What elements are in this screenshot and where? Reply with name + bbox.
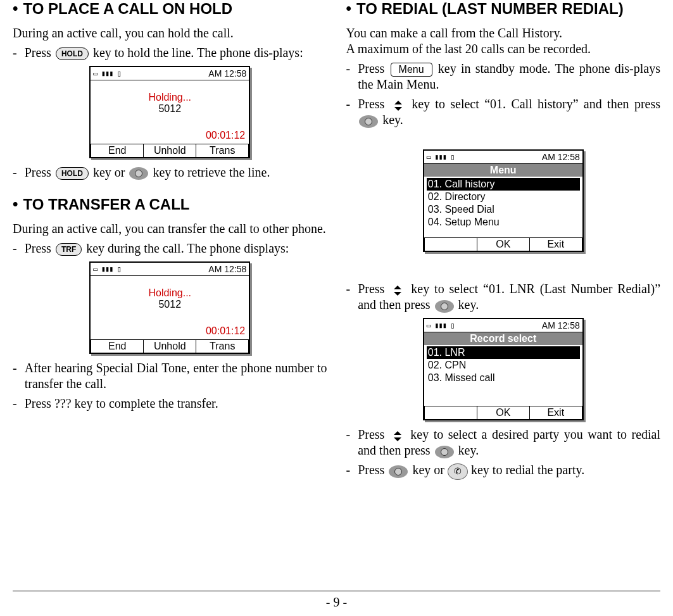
softkey-ok: OK (477, 406, 530, 419)
heading-redial-text: TO REDIAL (LAST NUMBER REDIAL) (356, 0, 624, 18)
softkey-unhold: Unhold (144, 340, 196, 353)
bullet-icon: • (13, 196, 18, 212)
heading-transfer-text: TO TRANSFER A CALL (23, 196, 189, 213)
phone-screen-menu: ▭ ▮▮▮ ▯ AM 12:58 Menu 01. Call history 0… (423, 149, 584, 252)
softkey-end: End (91, 144, 144, 157)
menu-item: 02. Directory (427, 191, 580, 203)
text: Press (358, 97, 390, 111)
status-icons: ▭ ▮▮▮ ▯ (427, 321, 455, 330)
text: Press (25, 241, 54, 255)
clock: AM 12:58 (208, 68, 246, 79)
status-icons: ▭ ▮▮▮ ▯ (427, 153, 455, 161)
record-item: 03. Missed call (427, 372, 580, 384)
heading-hold-text: TO PLACE A CALL ON HOLD (23, 0, 232, 18)
holding-label: Holding... (91, 92, 249, 103)
phone-screen-record: ▭ ▮▮▮ ▯ AM 12:58 Record select 01. LNR 0… (423, 318, 584, 420)
menu-key: Menu (391, 63, 432, 77)
heading-hold: • TO PLACE A CALL ON HOLD (13, 0, 327, 22)
text: Press (25, 46, 54, 60)
redial-step4: - Press key to select a desired party yo… (346, 427, 661, 458)
softkey-exit: Exit (530, 406, 582, 419)
nav-center-key-icon (389, 465, 408, 478)
ext-number: 5012 (91, 299, 249, 310)
redial-step3: - Press key to select “01. LNR (Last Num… (346, 281, 661, 313)
softkey-blank (424, 238, 477, 251)
clock: AM 12:58 (542, 152, 580, 162)
text: Press (358, 427, 389, 441)
menu-title: Menu (424, 164, 582, 177)
text: Press (358, 282, 389, 296)
clock: AM 12:58 (542, 320, 580, 330)
status-icons: ▭ ▮▮▮ ▯ (93, 265, 121, 273)
softkey-trans: Trans (196, 144, 249, 157)
softkey-end: End (91, 340, 144, 353)
text: key. (382, 113, 403, 127)
hold-key: HOLD (56, 167, 89, 180)
left-column: • TO PLACE A CALL ON HOLD During an acti… (13, 0, 327, 591)
clock: AM 12:58 (208, 264, 246, 274)
hold-key: HOLD (56, 47, 89, 60)
phone-screen-hold: ▭ ▮▮▮ ▯ AM 12:58 Holding... 5012 00:01:1… (89, 66, 250, 158)
nav-center-key-icon (129, 167, 148, 180)
heading-redial: • TO REDIAL (LAST NUMBER REDIAL) (346, 0, 661, 22)
redial-intro2: A maximum of the last 20 calls can be re… (346, 41, 661, 57)
hold-intro: During an active call, you can hold the … (13, 25, 327, 41)
trf-key: TRF (56, 243, 82, 256)
transfer-intro: During an active call, you can transfer … (13, 221, 327, 237)
text: key. (458, 443, 479, 457)
text: key or (412, 463, 448, 477)
ext-number: 5012 (91, 103, 249, 115)
heading-transfer: • TO TRANSFER A CALL (13, 196, 327, 217)
text: key. (458, 298, 479, 311)
nav-center-key-icon (435, 446, 454, 458)
page-number: - 9 - (13, 591, 660, 616)
text: Press (358, 61, 389, 75)
softkey-trans: Trans (196, 340, 249, 353)
redial-step1: - Press Menu key in standby mode. The ph… (346, 61, 661, 92)
softkey-unhold: Unhold (144, 144, 196, 157)
record-item: 02. CPN (427, 359, 580, 372)
offhook-key-icon: ✆ (448, 463, 468, 480)
redial-step2: - Press key to select “01. Call history”… (346, 96, 661, 128)
text: Press (25, 165, 54, 179)
text: key to select “01. Call history” and the… (412, 97, 660, 111)
trf-step2: - After hearing Special Dial Tone, enter… (13, 360, 327, 392)
menu-item: 04. Setup Menu (427, 216, 580, 229)
record-title: Record select (424, 332, 582, 345)
updown-key-icon (391, 284, 405, 297)
softkey-exit: Exit (530, 238, 582, 251)
redial-step5: - Press key or ✆ key to redial the party… (346, 462, 661, 479)
text: key to retrieve the line. (153, 165, 270, 179)
hold-step1: - Press HOLD key to hold the line. The p… (13, 45, 327, 61)
status-icons: ▭ ▮▮▮ ▯ (93, 69, 121, 78)
hold-step2: - Press HOLD key or key to retrieve the … (13, 165, 327, 180)
text: key during the call. The phone displays: (86, 241, 289, 255)
record-item: 01. LNR (427, 346, 580, 359)
trf-step1: - Press TRF key during the call. The pho… (13, 241, 327, 256)
text: Press (358, 463, 387, 477)
bullet-icon: • (346, 0, 351, 16)
softkey-blank (424, 406, 477, 419)
nav-center-key-icon (435, 300, 454, 313)
nav-center-key-icon (359, 115, 378, 128)
softkey-ok: OK (477, 238, 530, 251)
trf-step3: - Press ??? key to complete the transfer… (13, 396, 327, 412)
phone-screen-transfer: ▭ ▮▮▮ ▯ AM 12:58 Holding... 5012 00:01:1… (89, 261, 250, 354)
text: key to redial the party. (471, 463, 584, 477)
holding-label: Holding... (91, 287, 249, 299)
bullet-icon: • (13, 0, 18, 16)
timer: 00:01:12 (206, 325, 245, 337)
menu-item: 03. Speed Dial (427, 203, 580, 216)
timer: 00:01:12 (206, 130, 245, 141)
redial-intro1: You can make a call from the Call Histor… (346, 25, 661, 41)
menu-item: 01. Call history (427, 178, 580, 191)
updown-key-icon (391, 430, 405, 443)
updown-key-icon (391, 99, 405, 112)
text: key to hold the line. The phone dis-play… (93, 46, 303, 60)
right-column: • TO REDIAL (LAST NUMBER REDIAL) You can… (346, 0, 661, 591)
text: key or (93, 165, 129, 179)
